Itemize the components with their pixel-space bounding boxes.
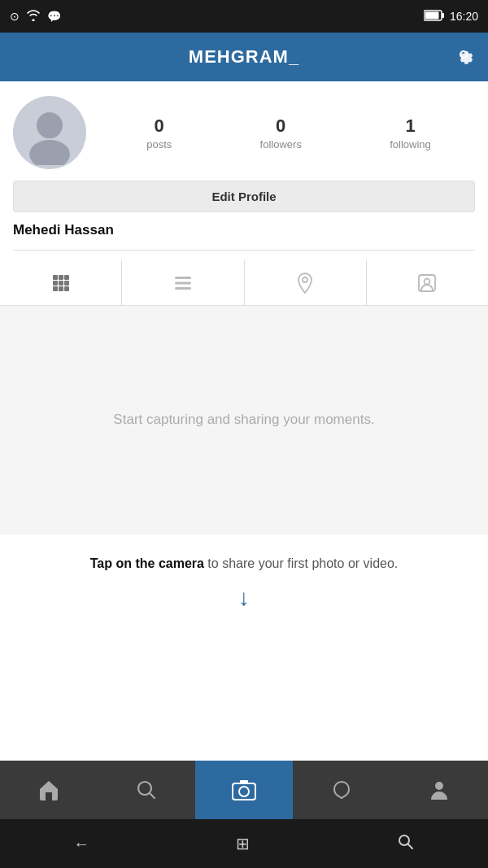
nav-home[interactable] bbox=[0, 761, 98, 819]
settings-button[interactable] bbox=[452, 43, 475, 72]
followers-label: followers bbox=[260, 138, 302, 150]
profile-section: 0 posts 0 followers 1 following Edit Pro… bbox=[0, 81, 488, 260]
svg-point-4 bbox=[29, 140, 70, 165]
system-nav: ← ⊞ bbox=[0, 819, 488, 868]
svg-rect-2 bbox=[442, 13, 444, 18]
tab-list[interactable] bbox=[122, 260, 244, 305]
svg-point-22 bbox=[239, 787, 249, 796]
svg-point-24 bbox=[435, 782, 443, 790]
avatar bbox=[13, 96, 86, 169]
profile-divider bbox=[13, 250, 475, 251]
view-tabs bbox=[0, 260, 488, 306]
search-button[interactable] bbox=[397, 833, 415, 855]
stats-container: 0 posts 0 followers 1 following bbox=[102, 116, 475, 150]
battery-icon bbox=[424, 10, 445, 24]
top-nav: MEHGRAM_ bbox=[0, 33, 488, 81]
status-icons-left: ⊙ 💬 bbox=[10, 10, 61, 24]
edit-profile-button[interactable]: Edit Profile bbox=[13, 181, 475, 212]
tab-grid[interactable] bbox=[0, 260, 122, 305]
tab-tagged[interactable] bbox=[367, 260, 488, 305]
svg-rect-11 bbox=[53, 286, 58, 291]
posts-stat[interactable]: 0 posts bbox=[146, 116, 172, 150]
posts-label: posts bbox=[146, 138, 172, 150]
down-arrow-icon: ↓ bbox=[16, 585, 472, 611]
svg-rect-15 bbox=[175, 281, 191, 284]
profile-username: Mehedi Hassan bbox=[13, 222, 475, 238]
svg-rect-1 bbox=[425, 11, 438, 19]
tab-location[interactable] bbox=[245, 260, 367, 305]
back-button[interactable]: ← bbox=[73, 835, 89, 853]
followers-stat[interactable]: 0 followers bbox=[260, 116, 302, 150]
bottom-cta: Tap on the camera to share your first ph… bbox=[0, 534, 488, 621]
posts-count: 0 bbox=[155, 116, 164, 137]
following-label: following bbox=[390, 138, 431, 150]
svg-rect-16 bbox=[175, 287, 191, 290]
status-bar: ⊙ 💬 16:20 bbox=[0, 0, 488, 33]
svg-rect-12 bbox=[59, 286, 63, 291]
bottom-nav bbox=[0, 761, 488, 819]
time-display: 16:20 bbox=[450, 10, 478, 23]
cta-normal: to share your first photo or video. bbox=[204, 556, 398, 570]
nav-activity[interactable] bbox=[293, 761, 390, 819]
following-stat[interactable]: 1 following bbox=[390, 116, 431, 150]
profile-top: 0 posts 0 followers 1 following bbox=[13, 96, 475, 169]
svg-point-17 bbox=[303, 277, 307, 282]
empty-state-message: Start capturing and sharing your moments… bbox=[113, 409, 374, 430]
cta-bold: Tap on the camera bbox=[90, 556, 204, 570]
svg-rect-7 bbox=[64, 275, 69, 280]
svg-point-3 bbox=[37, 112, 63, 138]
svg-rect-10 bbox=[64, 281, 69, 286]
followers-count: 0 bbox=[276, 116, 285, 137]
svg-point-19 bbox=[425, 278, 430, 284]
following-count: 1 bbox=[405, 116, 415, 137]
nav-camera[interactable] bbox=[195, 761, 293, 819]
svg-rect-13 bbox=[64, 286, 69, 291]
svg-rect-6 bbox=[59, 275, 63, 280]
camera-status-icon: ⊙ bbox=[10, 10, 20, 23]
svg-rect-5 bbox=[53, 275, 58, 280]
svg-rect-9 bbox=[59, 281, 63, 286]
svg-rect-8 bbox=[53, 281, 58, 286]
status-right: 16:20 bbox=[424, 10, 478, 24]
svg-rect-23 bbox=[240, 780, 248, 784]
home-button[interactable]: ⊞ bbox=[236, 834, 250, 853]
wifi-icon bbox=[26, 10, 41, 24]
nav-search[interactable] bbox=[98, 761, 195, 819]
app-title: MEHGRAM_ bbox=[189, 46, 299, 68]
cta-text: Tap on the camera to share your first ph… bbox=[16, 554, 472, 574]
nav-profile[interactable] bbox=[390, 761, 488, 819]
svg-point-25 bbox=[399, 835, 409, 845]
content-area: Start capturing and sharing your moments… bbox=[0, 306, 488, 534]
message-icon: 💬 bbox=[47, 10, 61, 23]
svg-rect-14 bbox=[175, 277, 191, 279]
